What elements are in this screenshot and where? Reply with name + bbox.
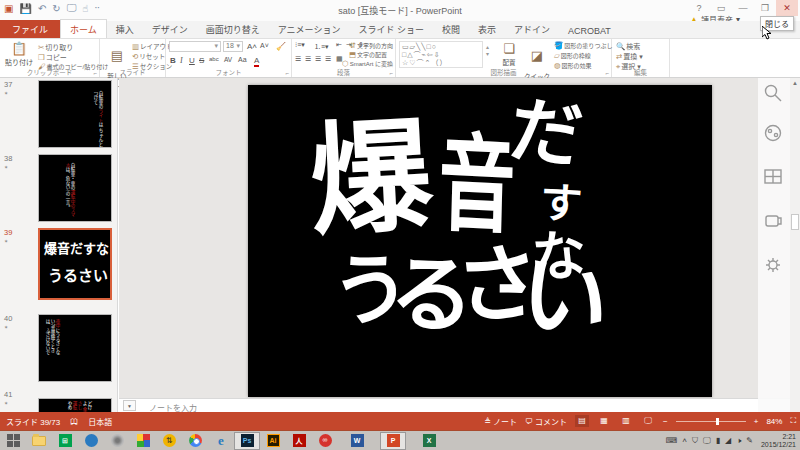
save-icon[interactable]: 💾 xyxy=(19,3,31,14)
keyboard-icon[interactable]: ⌨ xyxy=(666,436,678,445)
bold-button[interactable]: B xyxy=(170,56,176,65)
bullets-button[interactable]: ⁝≡▾ xyxy=(295,41,305,49)
restore-button[interactable]: ❐ xyxy=(754,0,776,16)
replace-button[interactable]: ⇄置換 ▾ xyxy=(616,51,643,61)
character-spacing-button[interactable]: AV xyxy=(224,56,232,63)
tab-animations[interactable]: アニメーション xyxy=(269,20,350,38)
qat-customize-icon[interactable]: ⸱⸱ xyxy=(94,2,99,14)
defender-icon[interactable]: ⛉ xyxy=(692,436,698,446)
shrink-font-button[interactable]: A˅ xyxy=(260,42,269,49)
grow-font-button[interactable]: A˄ xyxy=(247,42,257,51)
tab-home[interactable]: ホーム xyxy=(60,19,107,38)
zoom-slider[interactable] xyxy=(676,421,746,422)
photoshop-button[interactable]: Ps xyxy=(234,432,260,450)
slideshow-view-button[interactable]: 🖵 xyxy=(641,415,655,427)
text-direction-button[interactable]: ⇵文字列の方向 xyxy=(350,41,393,50)
volume-icon[interactable]: 🕨 xyxy=(736,436,741,446)
tab-addins[interactable]: アドイン xyxy=(505,20,559,38)
charm-settings-icon[interactable] xyxy=(762,254,784,276)
file-explorer-button[interactable] xyxy=(26,432,52,450)
reading-view-button[interactable]: ▥ xyxy=(619,415,633,427)
tab-review[interactable]: 校閲 xyxy=(433,20,469,38)
start-slideshow-icon[interactable]: 🖵 xyxy=(67,2,77,14)
excel-button[interactable]: X xyxy=(416,432,442,450)
cut-button[interactable]: ✂切り取り xyxy=(38,42,73,52)
indent-decrease-button[interactable]: ⇤ xyxy=(336,41,342,49)
align-right-button[interactable]: ☰ xyxy=(315,55,321,63)
charm-start-icon[interactable] xyxy=(762,166,784,188)
proofing-icon[interactable]: 🕮 xyxy=(70,417,78,426)
arrange-button[interactable]: ❏ 配置 xyxy=(496,41,522,67)
sync-app-button[interactable]: ⇅ xyxy=(156,432,182,450)
zoom-in-button[interactable]: + xyxy=(754,417,759,426)
shape-fill-button[interactable]: 🪣図形の塗りつぶし xyxy=(554,41,612,50)
text-shadow-button[interactable]: abc xyxy=(209,56,219,62)
find-button[interactable]: 🔍検索 xyxy=(616,41,640,51)
underline-button[interactable]: U xyxy=(189,56,195,65)
align-left-button[interactable]: ☰ xyxy=(295,55,301,63)
drawing-dialog-launcher-icon[interactable]: ⌐ xyxy=(605,70,609,76)
current-slide-canvas[interactable]: 爆 音 だ す な う る さ い xyxy=(248,85,712,397)
charm-search-icon[interactable] xyxy=(762,82,784,104)
tab-view[interactable]: 表示 xyxy=(469,20,505,38)
thumbnail-slide-39-selected[interactable]: 爆音だすな うるさい xyxy=(38,228,112,300)
network-icon[interactable]: ◢ xyxy=(725,436,731,445)
tab-slideshow[interactable]: スライド ショー xyxy=(349,20,433,38)
disc-app-button[interactable] xyxy=(104,432,130,450)
windows-store-button[interactable]: ⊞ xyxy=(52,432,78,450)
align-center-button[interactable]: ☰ xyxy=(305,55,311,63)
numbering-button[interactable]: ⒈≡▾ xyxy=(314,41,329,51)
clipboard-dialog-launcher-icon[interactable]: ⌐ xyxy=(93,70,97,76)
display-tray-icon[interactable]: 🖵 xyxy=(703,436,711,446)
align-text-button[interactable]: ⬒文字の配置 xyxy=(349,50,387,59)
zoom-slider-thumb[interactable] xyxy=(716,418,719,425)
acrobat-button[interactable]: 人 xyxy=(286,432,312,450)
italic-button[interactable]: I xyxy=(180,56,183,65)
paste-button[interactable]: 📋 貼り付け xyxy=(4,41,34,67)
strikethrough-button[interactable]: S xyxy=(199,56,204,65)
language-indicator[interactable]: 日本語 xyxy=(88,416,112,427)
reset-button[interactable]: ⟲リセット xyxy=(132,51,165,61)
word-button[interactable]: W xyxy=(344,432,370,450)
powerpoint-button[interactable]: P xyxy=(380,432,406,450)
fit-to-window-button[interactable]: ⛶ xyxy=(790,416,796,426)
tab-transitions[interactable]: 画面切り替え xyxy=(197,20,269,38)
battery-icon[interactable]: ▮ xyxy=(716,436,720,445)
hidden-icons-chevron-icon[interactable]: ˄ xyxy=(682,436,687,445)
vertical-scrollbar[interactable]: ▲ xyxy=(790,78,800,412)
notes-toggle-button[interactable]: ≜ノート xyxy=(484,416,517,427)
zoom-percentage[interactable]: 84% xyxy=(766,417,782,426)
change-case-button[interactable]: Aa xyxy=(238,56,247,63)
font-size-combobox[interactable]: 18▾ xyxy=(223,41,243,52)
normal-view-button[interactable]: ▤ xyxy=(575,415,589,427)
start-button[interactable] xyxy=(0,432,26,450)
creative-cloud-button[interactable]: ∞ xyxy=(312,432,338,450)
comments-toggle-button[interactable]: 🗩コメント xyxy=(525,416,567,427)
touch-mode-icon[interactable]: ☝ xyxy=(82,3,88,14)
shapes-gallery[interactable]: ▭▱╲╲□○□△⌒⌁⇦⇩☆♡⌒⌃（） xyxy=(399,41,483,68)
clear-formatting-button[interactable]: 🧹 xyxy=(276,42,286,51)
font-dialog-launcher-icon[interactable]: ⌐ xyxy=(285,70,289,76)
scroll-up-icon[interactable]: ▲ xyxy=(790,78,800,88)
taskbar-clock[interactable]: 2:21 2015/12/21 xyxy=(758,433,796,449)
charm-share-icon[interactable] xyxy=(762,122,784,144)
tab-insert[interactable]: 挿入 xyxy=(107,20,143,38)
tab-file[interactable]: ファイル xyxy=(0,20,60,38)
pen-icon[interactable]: ✎ xyxy=(746,436,753,445)
thumbnail-slide-41[interactable]: どけよ 傘さし運転 やめ xyxy=(38,398,112,412)
projector-app-button[interactable] xyxy=(78,432,104,450)
thumbnail-slide-40[interactable]: 夜中にうるさくない?音楽聴くときは、ふざけないで xyxy=(38,314,112,382)
shape-outline-button[interactable]: ▱図形の枠線 xyxy=(554,51,591,60)
redo-icon[interactable]: ↻ xyxy=(52,3,60,14)
slide-sorter-view-button[interactable]: ▦ xyxy=(597,415,611,427)
copy-button[interactable]: ❐コピー xyxy=(38,52,67,62)
thumbnails-scroll-down-icon[interactable]: ▼ xyxy=(123,400,136,411)
zoom-out-button[interactable]: − xyxy=(663,417,668,426)
close-button[interactable]: ✕ xyxy=(776,0,798,16)
font-name-combobox[interactable]: ▾ xyxy=(169,41,221,52)
chrome-button[interactable] xyxy=(182,432,208,450)
font-color-button[interactable]: A xyxy=(254,56,259,67)
charm-devices-icon[interactable] xyxy=(762,210,784,232)
shapes-scroll-icon[interactable]: ▴▾ xyxy=(486,43,489,57)
tab-design[interactable]: デザイン xyxy=(143,20,197,38)
